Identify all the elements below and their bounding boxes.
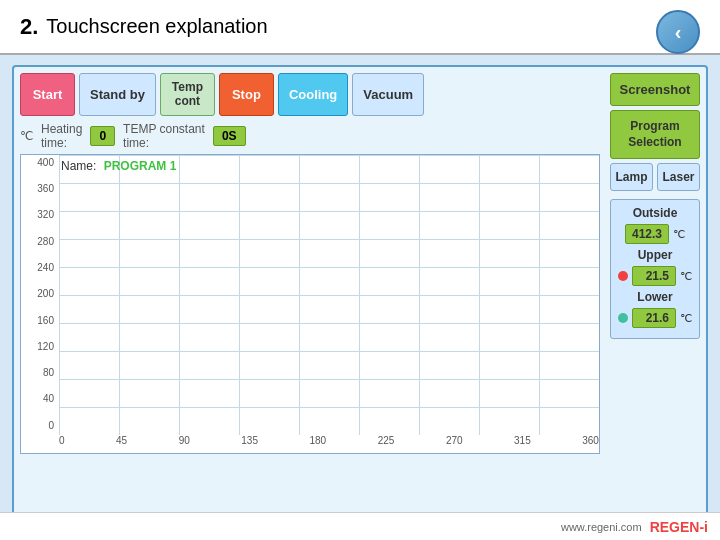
tempcont-button[interactable]: Tempcont: [160, 73, 215, 116]
standby-button[interactable]: Stand by: [79, 73, 156, 116]
temp-unit-label: ℃: [20, 129, 33, 143]
y-label-320: 320: [21, 209, 57, 220]
x-label-270: 270: [446, 435, 463, 453]
x-axis: 0 45 90 135 180 225 270 315 360: [59, 435, 599, 453]
y-label-360: 360: [21, 183, 57, 194]
upper-label: Upper: [617, 248, 693, 262]
control-buttons-row: Start Stand by Tempcont Stop Cooling Vac…: [20, 73, 600, 116]
heating-time-label: Heatingtime:: [41, 122, 82, 150]
x-label-45: 45: [116, 435, 127, 453]
lower-label: Lower: [617, 290, 693, 304]
x-label-360: 360: [582, 435, 599, 453]
outside-value: 412.3: [625, 224, 669, 244]
outside-sensor-row: 412.3 ℃: [617, 224, 693, 244]
chart-name-row: Name: PROGRAM 1: [61, 159, 176, 173]
brand-suffix: -i: [699, 519, 708, 535]
lower-value: 21.6: [632, 308, 676, 328]
y-label-120: 120: [21, 341, 57, 352]
website-text: www.regeni.com: [561, 521, 642, 533]
screenshot-button[interactable]: Screenshot: [610, 73, 700, 106]
x-label-135: 135: [241, 435, 258, 453]
heating-time-value: 0: [90, 126, 115, 146]
lower-unit: ℃: [680, 312, 692, 325]
vacuum-button[interactable]: Vacuum: [352, 73, 424, 116]
upper-unit: ℃: [680, 270, 692, 283]
y-label-400: 400: [21, 157, 57, 168]
right-panel: Screenshot ProgramSelection Lamp Laser O…: [610, 73, 700, 454]
x-label-225: 225: [378, 435, 395, 453]
laser-button[interactable]: Laser: [657, 163, 700, 191]
outside-label: Outside: [617, 206, 693, 220]
y-label-240: 240: [21, 262, 57, 273]
lower-dot: [618, 313, 628, 323]
y-label-160: 160: [21, 315, 57, 326]
chart-container: 0 40 80 120 160 200 240 280 320 360 400 …: [20, 154, 600, 454]
sensor-box: Outside 412.3 ℃ Upper 21.5 ℃ Lower 21.6 …: [610, 199, 700, 339]
program-selection-button[interactable]: ProgramSelection: [610, 110, 700, 159]
y-label-280: 280: [21, 236, 57, 247]
title-text: Touchscreen explanation: [46, 15, 267, 38]
y-axis: 0 40 80 120 160 200 240 280 320 360 400: [21, 155, 59, 433]
upper-sensor-row: 21.5 ℃: [617, 266, 693, 286]
x-label-180: 180: [310, 435, 327, 453]
back-button[interactable]: ‹: [656, 10, 700, 54]
start-button[interactable]: Start: [20, 73, 75, 116]
temp-constant-value: 0S: [213, 126, 246, 146]
title-number: 2.: [20, 14, 38, 40]
upper-dot: [618, 271, 628, 281]
brand-logo: REGEN-i: [650, 519, 708, 535]
y-label-0: 0: [21, 420, 57, 431]
chart-grid: [59, 155, 599, 435]
upper-value: 21.5: [632, 266, 676, 286]
stop-button[interactable]: Stop: [219, 73, 274, 116]
brand-name: REGEN: [650, 519, 700, 535]
x-label-315: 315: [514, 435, 531, 453]
name-value: PROGRAM 1: [104, 159, 177, 173]
lamp-button[interactable]: Lamp: [610, 163, 653, 191]
y-label-40: 40: [21, 393, 57, 404]
footer: www.regeni.com REGEN-i: [0, 512, 720, 540]
controls-layout: Start Stand by Tempcont Stop Cooling Vac…: [20, 73, 700, 454]
x-label-90: 90: [179, 435, 190, 453]
y-label-200: 200: [21, 288, 57, 299]
lamp-laser-row: Lamp Laser: [610, 163, 700, 191]
lower-sensor-row: 21.6 ℃: [617, 308, 693, 328]
y-label-80: 80: [21, 367, 57, 378]
temp-constant-label: TEMP constanttime:: [123, 122, 205, 150]
left-main: Start Stand by Tempcont Stop Cooling Vac…: [20, 73, 600, 454]
title-bar: 2. Touchscreen explanation ‹: [0, 0, 720, 55]
name-label: Name:: [61, 159, 96, 173]
main-panel: Start Stand by Tempcont Stop Cooling Vac…: [12, 65, 708, 530]
cooling-button[interactable]: Cooling: [278, 73, 348, 116]
x-label-0: 0: [59, 435, 65, 453]
info-row: ℃ Heatingtime: 0 TEMP constanttime: 0S: [20, 122, 600, 150]
outside-unit: ℃: [673, 228, 685, 241]
